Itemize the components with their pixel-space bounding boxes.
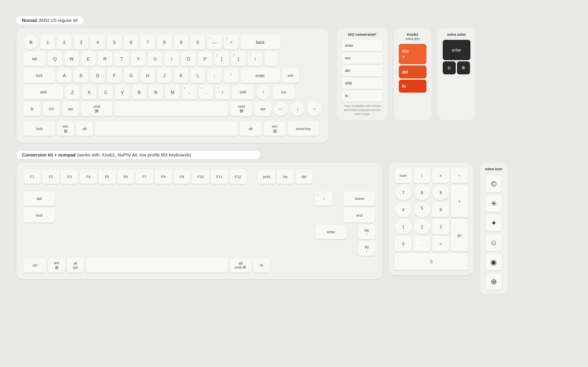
numpad-3[interactable]: 3: [432, 219, 449, 235]
key-f9[interactable]: F9: [173, 169, 190, 184]
numpad-7[interactable]: 7: [395, 185, 412, 200]
key-p[interactable]: P: [198, 52, 212, 66]
key-f10[interactable]: F10: [192, 169, 209, 184]
key-l[interactable]: L: [190, 68, 205, 83]
key-h[interactable]: H: [140, 68, 155, 83]
iso-key-esc[interactable]: esc: [342, 52, 383, 64]
key-8[interactable]: 8: [157, 35, 172, 50]
key-rbracket[interactable]: } ]: [231, 52, 246, 66]
key-f3[interactable]: F3: [61, 169, 78, 184]
key-x[interactable]: X: [82, 85, 96, 100]
key-right[interactable]: →: [307, 102, 321, 116]
key-f4[interactable]: F4: [80, 169, 97, 184]
key-win-right[interactable]: win ⊞: [264, 122, 286, 136]
knob1-key-del[interactable]: del: [399, 65, 426, 78]
key-tab-b[interactable]: tab: [24, 191, 55, 206]
key-b[interactable]: B: [132, 85, 146, 100]
key-9[interactable]: 9: [174, 35, 188, 50]
numpad-6[interactable]: 6: [432, 202, 449, 217]
key-ins[interactable]: ins: [277, 169, 294, 184]
key-o[interactable]: O: [181, 52, 196, 66]
key-semicolon[interactable]: : ;: [207, 68, 222, 83]
key-left[interactable]: ←: [273, 102, 288, 116]
numpad-minus[interactable]: −: [451, 168, 468, 183]
key-space[interactable]: [114, 102, 228, 116]
key-s[interactable]: S: [74, 68, 88, 83]
key-f2[interactable]: F2: [42, 169, 59, 184]
key-wrk[interactable]: wrk: [282, 68, 299, 83]
key-d[interactable]: D: [90, 68, 105, 83]
key-4[interactable]: 4: [90, 35, 105, 50]
key-f5[interactable]: F5: [98, 169, 116, 184]
icon-key-star[interactable]: ✳: [485, 195, 502, 212]
key-e[interactable]: E: [81, 52, 96, 66]
key-ctrl-b[interactable]: ctrl: [24, 258, 46, 273]
key-win-b[interactable]: win ⊞: [48, 258, 65, 273]
key-g[interactable]: G: [124, 68, 138, 83]
key-up[interactable]: ↑: [256, 85, 271, 100]
key-win-lock[interactable]: lock: [24, 122, 55, 136]
key-down[interactable]: ↓: [290, 102, 305, 116]
key-u[interactable]: U: [148, 52, 162, 66]
key-end[interactable]: end: [344, 208, 375, 223]
key-z[interactable]: Z: [65, 85, 80, 100]
key-fn-b[interactable]: fn: [253, 258, 270, 273]
key-cmd-right[interactable]: cmd ⌘: [230, 102, 252, 116]
key-lock[interactable]: lock: [24, 68, 55, 83]
numpad-eq[interactable]: =: [432, 236, 449, 252]
key-f7[interactable]: F7: [136, 169, 153, 184]
key-space-win[interactable]: [95, 122, 238, 136]
key-backtick[interactable]: ✳: [24, 35, 38, 50]
numpad-0-wide[interactable]: 0: [395, 253, 468, 270]
key-f8[interactable]: F8: [155, 169, 172, 184]
key-i[interactable]: I: [164, 52, 179, 66]
key-pgdn[interactable]: pg ↓: [358, 241, 375, 256]
numpad-plus[interactable]: +: [451, 185, 468, 217]
key-1[interactable]: 1: [40, 35, 55, 50]
iso-key-shift[interactable]: shift: [342, 78, 383, 89]
key-opt[interactable]: opt: [62, 102, 79, 116]
key-k[interactable]: K: [174, 68, 188, 83]
numpad-1[interactable]: 1: [395, 219, 412, 235]
key-back[interactable]: back: [240, 35, 280, 50]
key-period[interactable]: > .: [199, 85, 213, 100]
key-lbracket[interactable]: { [: [214, 52, 229, 66]
key-5[interactable]: 5: [107, 35, 122, 50]
icon-key-face[interactable]: ☺: [485, 235, 502, 251]
key-a[interactable]: A: [57, 68, 72, 83]
key-shift-right[interactable]: shift: [232, 85, 254, 100]
key-v[interactable]: V: [115, 85, 130, 100]
key-enter[interactable]: enter: [240, 68, 280, 83]
key-pipe-b[interactable]: | \: [315, 191, 332, 206]
key-alt-right[interactable]: alt: [240, 122, 262, 136]
key-2[interactable]: 2: [57, 35, 72, 50]
key-opt-right[interactable]: opt: [254, 102, 271, 116]
key-fp[interactable]: fp: [24, 102, 41, 116]
key-space-b[interactable]: [85, 258, 228, 273]
key-alt-cmd-b[interactable]: alt cmd ⌘: [230, 258, 251, 273]
key-comma[interactable]: < ,: [182, 85, 197, 100]
key-y[interactable]: Y: [131, 52, 146, 66]
key-quote[interactable]: " ': [224, 68, 238, 83]
key-home[interactable]: home: [344, 191, 375, 206]
numpad-0[interactable]: 0: [395, 236, 412, 252]
key-shift-left[interactable]: shift: [24, 85, 63, 100]
key-3[interactable]: 3: [74, 35, 88, 50]
iso-key-del[interactable]: del: [342, 65, 383, 76]
key-equals[interactable]: + =: [224, 35, 238, 50]
iso-key-enter[interactable]: enter: [342, 40, 383, 51]
icon-key-sparkle[interactable]: ✦: [485, 215, 502, 231]
key-c[interactable]: C: [98, 85, 113, 100]
key-q[interactable]: Q: [48, 52, 62, 66]
key-win[interactable]: win ⊞: [57, 122, 74, 136]
key-f1[interactable]: F1: [24, 169, 41, 184]
key-tab[interactable]: tab: [24, 52, 46, 66]
key-del-f[interactable]: del: [295, 169, 313, 184]
key-slash[interactable]: ? /: [215, 85, 230, 100]
key-minus[interactable]: * —: [207, 35, 222, 50]
key-enter-b[interactable]: enter: [315, 225, 347, 239]
key-extra-key[interactable]: extra key: [288, 122, 319, 136]
numpad-8[interactable]: 8: [413, 185, 431, 200]
key-f12[interactable]: F12: [230, 169, 247, 184]
key-6[interactable]: 6: [124, 35, 138, 50]
